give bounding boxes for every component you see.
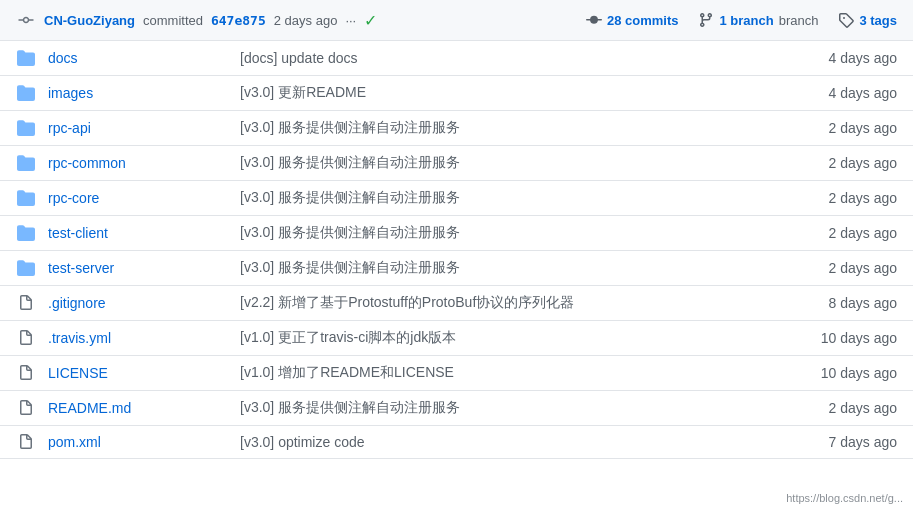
commit-hash[interactable]: 647e875 (211, 13, 266, 28)
file-commit-message: [v3.0] 服务提供侧注解自动注册服务 (240, 224, 785, 242)
file-age: 4 days ago (797, 85, 897, 101)
tags-stat[interactable]: 3 tags (838, 12, 897, 28)
file-commit-message: [v3.0] 服务提供侧注解自动注册服务 (240, 154, 785, 172)
table-row: images[v3.0] 更新README4 days ago (0, 76, 913, 111)
folder-icon (16, 84, 36, 102)
folder-icon (16, 189, 36, 207)
commit-author[interactable]: CN-GuoZiyang (44, 13, 135, 28)
file-icon (16, 330, 36, 346)
file-commit-message: [v3.0] 服务提供侧注解自动注册服务 (240, 189, 785, 207)
file-icon (16, 400, 36, 416)
file-name[interactable]: rpc-common (48, 155, 228, 171)
file-name[interactable]: rpc-api (48, 120, 228, 136)
file-name[interactable]: .gitignore (48, 295, 228, 311)
file-age: 2 days ago (797, 260, 897, 276)
repo-header: CN-GuoZiyang committed 647e875 2 days ag… (0, 0, 913, 41)
file-name[interactable]: .travis.yml (48, 330, 228, 346)
commit-action: committed (143, 13, 203, 28)
file-commit-message: [v2.2] 新增了基于Protostuff的ProtoBuf协议的序列化器 (240, 294, 785, 312)
table-row: test-server[v3.0] 服务提供侧注解自动注册服务2 days ag… (0, 251, 913, 286)
svg-point-0 (24, 18, 29, 23)
branch-stat[interactable]: 1 branch branch (698, 12, 818, 28)
file-name[interactable]: images (48, 85, 228, 101)
file-age: 10 days ago (797, 330, 897, 346)
commit-info: CN-GuoZiyang committed 647e875 2 days ag… (16, 10, 377, 30)
table-row: rpc-core[v3.0] 服务提供侧注解自动注册服务2 days ago (0, 181, 913, 216)
commits-stat[interactable]: 28 commits (586, 12, 679, 28)
file-icon (16, 365, 36, 381)
folder-icon (16, 154, 36, 172)
file-commit-message: [docs] update docs (240, 50, 785, 66)
tag-icon (838, 12, 854, 28)
file-commit-message: [v3.0] optimize code (240, 434, 785, 450)
repo-stats: 28 commits 1 branch branch 3 tags (586, 12, 897, 28)
file-commit-message: [v1.0] 增加了README和LICENSE (240, 364, 785, 382)
file-age: 10 days ago (797, 365, 897, 381)
file-commit-message: [v1.0] 更正了travis-ci脚本的jdk版本 (240, 329, 785, 347)
commits-icon (586, 12, 602, 28)
table-row: rpc-api[v3.0] 服务提供侧注解自动注册服务2 days ago (0, 111, 913, 146)
file-name[interactable]: docs (48, 50, 228, 66)
folder-icon (16, 49, 36, 67)
file-commit-message: [v3.0] 更新README (240, 84, 785, 102)
table-row: .travis.yml[v1.0] 更正了travis-ci脚本的jdk版本10… (0, 321, 913, 356)
file-name[interactable]: rpc-core (48, 190, 228, 206)
file-commit-message: [v3.0] 服务提供侧注解自动注册服务 (240, 259, 785, 277)
file-name[interactable]: LICENSE (48, 365, 228, 381)
table-row: README.md[v3.0] 服务提供侧注解自动注册服务2 days ago (0, 391, 913, 426)
dots-icon[interactable]: ··· (345, 13, 356, 28)
file-name[interactable]: README.md (48, 400, 228, 416)
file-icon (16, 295, 36, 311)
table-row: LICENSE[v1.0] 增加了README和LICENSE10 days a… (0, 356, 913, 391)
file-age: 8 days ago (797, 295, 897, 311)
repo-icon (16, 10, 36, 30)
table-row: rpc-common[v3.0] 服务提供侧注解自动注册服务2 days ago (0, 146, 913, 181)
file-age: 2 days ago (797, 400, 897, 416)
check-icon: ✓ (364, 11, 377, 30)
file-name[interactable]: pom.xml (48, 434, 228, 450)
commits-count[interactable]: 28 commits (607, 13, 679, 28)
branch-icon (698, 12, 714, 28)
file-age: 2 days ago (797, 190, 897, 206)
file-age: 2 days ago (797, 225, 897, 241)
file-name[interactable]: test-server (48, 260, 228, 276)
file-age: 4 days ago (797, 50, 897, 66)
file-list: docs[docs] update docs4 days agoimages[v… (0, 41, 913, 459)
table-row: pom.xml[v3.0] optimize code7 days ago (0, 426, 913, 459)
tags-count[interactable]: 3 tags (859, 13, 897, 28)
file-commit-message: [v3.0] 服务提供侧注解自动注册服务 (240, 399, 785, 417)
table-row: docs[docs] update docs4 days ago (0, 41, 913, 76)
file-age: 2 days ago (797, 120, 897, 136)
branch-count[interactable]: 1 branch (719, 13, 773, 28)
folder-icon (16, 224, 36, 242)
folder-icon (16, 259, 36, 277)
file-commit-message: [v3.0] 服务提供侧注解自动注册服务 (240, 119, 785, 137)
file-age: 7 days ago (797, 434, 897, 450)
file-age: 2 days ago (797, 155, 897, 171)
folder-icon (16, 119, 36, 137)
file-icon (16, 434, 36, 450)
table-row: .gitignore[v2.2] 新增了基于Protostuff的ProtoBu… (0, 286, 913, 321)
commit-time: 2 days ago (274, 13, 338, 28)
table-row: test-client[v3.0] 服务提供侧注解自动注册服务2 days ag… (0, 216, 913, 251)
file-name[interactable]: test-client (48, 225, 228, 241)
